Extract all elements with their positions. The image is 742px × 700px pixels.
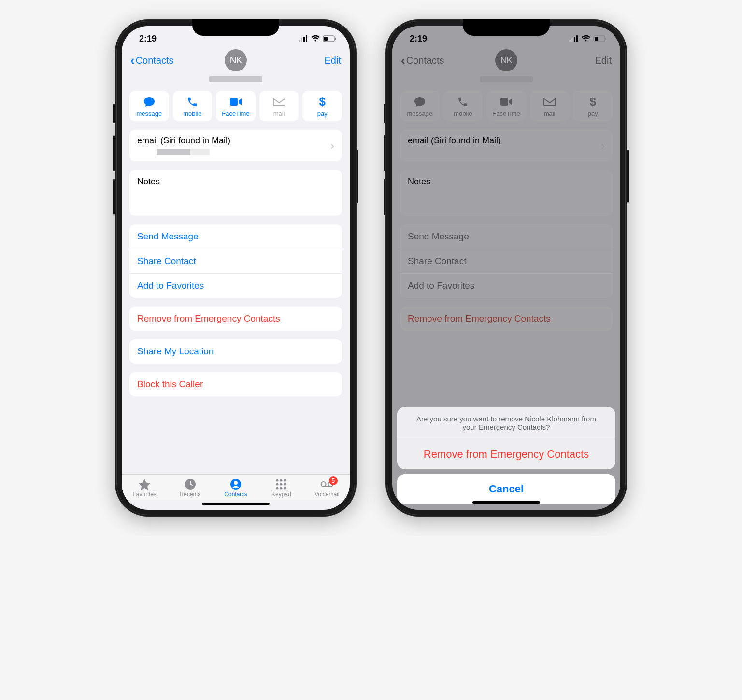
star-icon (138, 478, 151, 490)
tab-voicemail[interactable]: 5 Voicemail (304, 478, 350, 498)
tab-keypad[interactable]: Keypad (258, 478, 304, 498)
wifi-icon (311, 35, 320, 42)
mail-button: mail (530, 91, 570, 121)
notes-label: Notes (408, 177, 605, 187)
chevron-right-icon: › (330, 139, 334, 153)
facetime-button[interactable]: FaceTime (216, 91, 256, 121)
voicemail-icon: 5 (320, 478, 334, 490)
message-icon (143, 96, 156, 108)
pay-button[interactable]: $ pay (302, 91, 342, 121)
video-icon (229, 96, 242, 108)
chevron-left-icon: ‹ (130, 54, 135, 67)
avatar[interactable]: NK (225, 49, 247, 71)
send-message-row[interactable]: Send Message (129, 224, 342, 249)
phone-icon (186, 96, 199, 108)
email-row[interactable]: email (Siri found in Mail) › (129, 130, 342, 161)
clock-icon (184, 478, 197, 490)
chevron-right-icon: › (601, 139, 605, 153)
signal-icon (569, 35, 579, 42)
action-sheet: Are you sure you want to remove Nicole K… (397, 407, 615, 504)
back-button[interactable]: ‹ Contacts (130, 54, 174, 67)
tab-contacts[interactable]: Contacts (213, 478, 258, 498)
share-location-row[interactable]: Share My Location (129, 339, 342, 364)
notch (463, 19, 550, 36)
tab-favorites[interactable]: Favorites (122, 478, 167, 498)
person-icon (229, 478, 243, 490)
chevron-left-icon: ‹ (401, 54, 405, 67)
action-row: message mobile FaceTime mail $ pay (392, 91, 620, 130)
svg-point-21 (321, 482, 326, 487)
svg-rect-0 (299, 40, 300, 42)
mail-icon (273, 96, 285, 108)
svg-rect-31 (500, 98, 508, 106)
actions-list-1: Send Message Share Contact Add to Favori… (400, 224, 613, 298)
contact-name-redacted (480, 76, 533, 82)
dollar-icon: $ (586, 96, 599, 108)
email-card: email (Siri found in Mail) › (400, 130, 613, 161)
mobile-button[interactable]: mobile (173, 91, 213, 121)
svg-rect-24 (569, 40, 571, 42)
svg-rect-27 (576, 35, 578, 42)
actions-list-1: Send Message Share Contact Add to Favori… (129, 224, 342, 298)
svg-point-17 (284, 483, 286, 486)
svg-point-20 (284, 487, 286, 490)
nav-bar: ‹ Contacts NK Edit (122, 51, 350, 70)
battery-icon (323, 35, 336, 42)
message-button[interactable]: message (129, 91, 169, 121)
svg-rect-25 (571, 38, 573, 42)
svg-rect-1 (301, 38, 302, 42)
status-time: 2:19 (410, 34, 427, 44)
tab-bar: Favorites Recents Contacts Keypad 5 Voic… (122, 474, 350, 500)
notes-card: Notes (400, 170, 613, 216)
sheet-message: Are you sure you want to remove Nicole K… (397, 407, 615, 439)
edit-button[interactable]: Edit (325, 55, 341, 66)
svg-point-13 (280, 479, 283, 482)
send-message-row: Send Message (400, 224, 613, 249)
status-icons (569, 35, 607, 42)
svg-rect-29 (595, 37, 598, 41)
sheet-cancel-button[interactable]: Cancel (397, 474, 615, 504)
phone-icon (457, 96, 469, 108)
home-indicator[interactable] (472, 501, 540, 504)
svg-rect-32 (544, 98, 556, 106)
phone-frame-left: 2:19 ‹ Contacts NK Edit message (115, 19, 357, 517)
video-icon (500, 96, 513, 108)
location-card: Share My Location (129, 339, 342, 364)
mail-button: mail (259, 91, 299, 121)
back-label: Contacts (406, 55, 444, 66)
svg-point-12 (276, 479, 279, 482)
back-label: Contacts (136, 55, 174, 66)
remove-emergency-row: Remove from Emergency Contacts (400, 307, 613, 331)
keypad-icon (274, 478, 288, 490)
message-icon (414, 96, 426, 108)
share-contact-row[interactable]: Share Contact (129, 249, 342, 273)
svg-rect-26 (574, 37, 575, 42)
edit-button: Edit (595, 55, 612, 66)
avatar: NK (495, 49, 517, 71)
contact-name-redacted (209, 76, 262, 82)
notes-label: Notes (137, 177, 334, 187)
svg-point-19 (280, 487, 283, 490)
tab-recents[interactable]: Recents (167, 478, 213, 498)
add-favorites-row: Add to Favorites (400, 273, 613, 298)
notes-card[interactable]: Notes (129, 170, 342, 216)
wifi-icon (581, 35, 591, 42)
sheet-remove-button[interactable]: Remove from Emergency Contacts (397, 439, 615, 469)
facetime-button: FaceTime (486, 91, 526, 121)
phone-frame-right: 2:19 ‹ Contacts NK Edit message (385, 19, 627, 517)
mail-icon (543, 96, 556, 108)
svg-rect-5 (324, 37, 328, 41)
remove-emergency-row[interactable]: Remove from Emergency Contacts (129, 307, 342, 331)
home-indicator[interactable] (202, 503, 270, 505)
email-label: email (Siri found in Mail) (408, 136, 501, 146)
emergency-card: Remove from Emergency Contacts (129, 307, 342, 331)
email-row: email (Siri found in Mail) › (400, 130, 613, 161)
email-value-redacted (157, 149, 214, 155)
nav-bar: ‹ Contacts NK Edit (392, 51, 620, 70)
block-caller-row[interactable]: Block this Caller (129, 372, 342, 396)
action-row: message mobile FaceTime mail $ pay (122, 91, 350, 130)
emergency-card: Remove from Emergency Contacts (400, 307, 613, 331)
svg-point-16 (280, 483, 283, 486)
add-favorites-row[interactable]: Add to Favorites (129, 273, 342, 298)
dollar-icon: $ (316, 96, 328, 108)
